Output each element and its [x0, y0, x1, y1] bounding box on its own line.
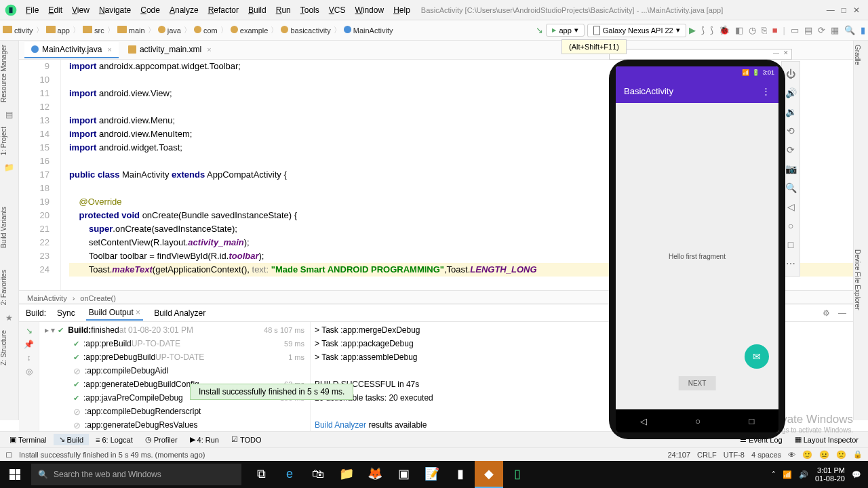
- maximize-icon[interactable]: □: [842, 5, 846, 15]
- taskbar-search[interactable]: 🔍 Search the web and Windows: [31, 464, 241, 485]
- coverage-icon[interactable]: ◧: [735, 25, 743, 35]
- crumb-example[interactable]: example: [231, 26, 269, 35]
- task-view-icon[interactable]: ⧉: [247, 461, 275, 488]
- file-tab-MainActivity.java[interactable]: MainActivity.java×: [24, 42, 119, 58]
- menu-view[interactable]: View: [68, 3, 94, 18]
- taskbar-clock[interactable]: 3:01 PM01-08-20: [815, 466, 845, 483]
- menu-navigate[interactable]: Navigate: [95, 3, 135, 18]
- device-selector[interactable]: Galaxy Nexus API 22▾: [587, 24, 686, 37]
- structure-icon[interactable]: ▦: [831, 25, 839, 35]
- feedback-neutral-icon[interactable]: 😐: [819, 450, 829, 460]
- crumb-MainActivity[interactable]: MainActivity: [344, 26, 393, 35]
- menu-code[interactable]: Code: [136, 3, 164, 18]
- resource-manager-tab[interactable]: Resource Manager: [0, 41, 7, 106]
- wifi-icon[interactable]: 📶: [783, 470, 792, 479]
- apply-changes-icon[interactable]: ⟆: [701, 25, 705, 35]
- menu-analyze[interactable]: Analyze: [165, 3, 203, 18]
- notes-icon[interactable]: 📝: [418, 461, 446, 488]
- run-icon[interactable]: ▶: [689, 25, 696, 35]
- todo-tab[interactable]: ☑ TODO: [226, 434, 267, 445]
- crumb-basicactivity[interactable]: basicactivity: [281, 26, 330, 35]
- hide-panel-icon[interactable]: —: [838, 308, 846, 318]
- build-analyzer-tab[interactable]: Build Analyzer: [151, 306, 208, 320]
- menu-window[interactable]: Window: [351, 3, 388, 18]
- system-tray[interactable]: ˄ 📶 🔊 3:01 PM01-08-20 💬: [765, 466, 868, 483]
- expand-icon[interactable]: ↕: [27, 353, 31, 363]
- file-tab-activity_main.xml[interactable]: activity_main.xml×: [121, 42, 218, 58]
- stop-icon[interactable]: ■: [772, 25, 778, 35]
- crumb-java[interactable]: java: [158, 26, 181, 35]
- build-task-row[interactable]: ✔:app:preBuild UP-TO-DATE59 ms: [39, 337, 310, 350]
- sync-tab[interactable]: Sync: [54, 306, 78, 320]
- emulator-close-icon[interactable]: ✕: [783, 49, 789, 59]
- emulator-minimize-icon[interactable]: —: [773, 49, 779, 59]
- menu-build[interactable]: Build: [244, 3, 271, 18]
- logcat-tab[interactable]: ≡ 6: Logcat: [90, 434, 138, 445]
- profiler-tab[interactable]: ◷ Profiler: [140, 434, 183, 445]
- run-config-selector[interactable]: ▶app▾: [546, 24, 584, 37]
- terminal-tab[interactable]: ▣ Terminal: [4, 434, 52, 445]
- firefox-icon[interactable]: 🦊: [361, 461, 389, 488]
- lock-icon[interactable]: 🔒: [853, 450, 863, 459]
- crumb-ctivity[interactable]: ctivity: [3, 26, 33, 35]
- line-separator[interactable]: CRLF: [697, 451, 717, 459]
- file-encoding[interactable]: UTF-8: [724, 451, 745, 459]
- inlay-icon[interactable]: 👁: [788, 451, 795, 459]
- gear-icon[interactable]: ⚙: [823, 308, 830, 318]
- breadcrumb[interactable]: ctivity〉 app〉 src〉 main〉 java〉 com〉 exam…: [3, 25, 393, 35]
- build-tab[interactable]: ↘ Build: [54, 434, 89, 445]
- device-screen[interactable]: 📶 🔋 3:01 BasicActivity ⋮ Hello first fra…: [616, 66, 778, 432]
- debug-icon[interactable]: 🐞: [719, 25, 730, 35]
- cmd-icon[interactable]: ▮: [446, 461, 475, 488]
- fab-button[interactable]: ✉: [745, 344, 769, 369]
- menu-refactor[interactable]: Refactor: [204, 3, 243, 18]
- volume-icon[interactable]: 🔊: [799, 470, 808, 479]
- edge-icon[interactable]: e: [275, 461, 304, 488]
- menu-tools[interactable]: Tools: [296, 3, 323, 18]
- build-task-row[interactable]: ⊘:app:compileDebugRenderscript: [39, 405, 310, 418]
- overflow-menu-icon[interactable]: ⋮: [762, 86, 770, 96]
- structure-tab[interactable]: Z: Structure: [0, 326, 7, 369]
- nav-home-icon[interactable]: ○: [695, 416, 701, 426]
- build-variants-tab[interactable]: Build Variants: [0, 203, 7, 252]
- device-explorer-tab[interactable]: Device File Explorer: [854, 245, 861, 314]
- notification-icon[interactable]: 💬: [852, 470, 861, 479]
- minimize-icon[interactable]: —: [827, 5, 835, 15]
- menu-edit[interactable]: Edit: [44, 3, 66, 18]
- pin-icon[interactable]: 📌: [24, 340, 34, 349]
- project-tab[interactable]: 1: Project: [0, 123, 7, 159]
- account-icon[interactable]: ▮: [861, 25, 865, 35]
- crumb-method[interactable]: onCreate(): [80, 294, 116, 302]
- feedback-happy-icon[interactable]: 🙂: [802, 450, 812, 460]
- crumb-com[interactable]: com: [194, 26, 218, 35]
- menu-help[interactable]: Help: [389, 3, 414, 18]
- build-root-row[interactable]: ▸ ▾✔Build: finished at 01-08-20 3:01 PM4…: [39, 323, 310, 337]
- sdk-manager-icon[interactable]: ▤: [804, 25, 812, 35]
- gradle-tab[interactable]: Gradle: [854, 41, 861, 69]
- apply-code-icon[interactable]: ⟆: [710, 25, 713, 35]
- search-icon[interactable]: 🔍: [844, 25, 855, 35]
- camtasia-icon[interactable]: ▣: [389, 461, 418, 488]
- build-task-row[interactable]: ⊘:app:generateDebugResValues: [39, 418, 310, 432]
- start-button[interactable]: [0, 461, 30, 488]
- chevron-up-icon[interactable]: ˄: [772, 470, 776, 479]
- android-studio-taskbar-icon[interactable]: ◆: [475, 461, 503, 488]
- menu-file[interactable]: File: [22, 3, 43, 18]
- crumb-app[interactable]: app: [46, 26, 70, 35]
- nav-recents-icon[interactable]: □: [749, 416, 754, 426]
- menu-vcs[interactable]: VCS: [325, 3, 350, 18]
- target-icon[interactable]: ◎: [26, 367, 33, 376]
- attach-debugger-icon[interactable]: ⎘: [762, 25, 767, 35]
- indent-setting[interactable]: 4 spaces: [751, 451, 781, 459]
- crumb-class[interactable]: MainActivity: [27, 294, 67, 302]
- crumb-src[interactable]: src: [83, 26, 104, 35]
- store-icon[interactable]: 🛍: [304, 461, 332, 488]
- next-button[interactable]: NEXT: [679, 376, 716, 390]
- build-output-tab[interactable]: Build Output ×: [86, 306, 143, 321]
- favorites-tab[interactable]: 2: Favorites: [0, 266, 7, 309]
- menu-run[interactable]: Run: [272, 3, 295, 18]
- close-icon[interactable]: ✕: [853, 5, 860, 15]
- crumb-main[interactable]: main: [117, 26, 145, 35]
- sync-icon[interactable]: ⟳: [818, 25, 825, 35]
- build-task-tree[interactable]: ▸ ▾✔Build: finished at 01-08-20 3:01 PM4…: [39, 322, 311, 439]
